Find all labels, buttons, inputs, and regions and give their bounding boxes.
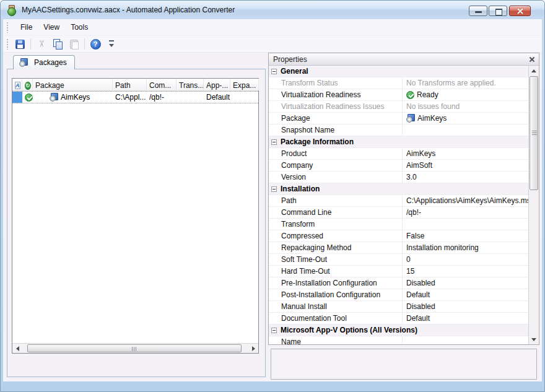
property-row-soft-time-out[interactable]: Soft Time-Out0 — [269, 254, 528, 266]
scroll-up-icon — [531, 69, 536, 72]
column-expa[interactable]: Expa... — [230, 79, 259, 90]
property-row-product[interactable]: ProductAimKeys — [269, 148, 528, 160]
package-cell: AimKeys — [33, 92, 113, 103]
refresh-icon — [25, 82, 31, 90]
collapse-icon[interactable] — [271, 186, 277, 192]
property-row-virtualization-readiness[interactable]: Virtualization ReadinessReady — [269, 89, 528, 101]
property-value: 15 — [402, 266, 528, 277]
column-com[interactable]: Com... — [147, 79, 177, 90]
group-label: Package Information — [281, 137, 354, 146]
property-value-text: /qb!- — [406, 208, 421, 217]
copy-button[interactable] — [50, 37, 65, 51]
property-row-name[interactable]: Name — [269, 336, 528, 344]
property-row-compressed[interactable]: CompressedFalse — [269, 230, 528, 242]
horizontal-scrollbar[interactable] — [12, 343, 258, 353]
property-value-text: 15 — [406, 267, 414, 276]
column-type-filter-icon[interactable] — [12, 79, 22, 90]
property-row-command-line[interactable]: Command Line/qb!- — [269, 207, 528, 219]
column-app[interactable]: App-... — [204, 79, 230, 90]
maximize-button[interactable] — [489, 6, 507, 16]
status-cell — [22, 92, 33, 103]
minimize-button[interactable] — [469, 6, 487, 16]
property-value-text: False — [406, 232, 424, 240]
property-row-path[interactable]: PathC:\Applications\AimKeys\AimKeys.msi — [269, 195, 528, 207]
collapse-icon[interactable] — [271, 139, 277, 145]
properties-title: Properties — [273, 55, 307, 64]
ready-icon — [406, 91, 414, 99]
properties-close-icon[interactable] — [528, 56, 536, 63]
property-label: Repackaging Method — [269, 243, 402, 252]
scroll-left-button[interactable] — [12, 344, 22, 353]
package-list-header: PackagePathCom...Trans...App-...Expa... — [12, 79, 258, 91]
property-row-version[interactable]: Version3.0 — [269, 172, 528, 183]
package-icon — [406, 114, 415, 123]
scroll-right-button[interactable] — [248, 344, 258, 353]
path-cell: C:\Appl... — [113, 92, 147, 103]
close-button[interactable] — [509, 6, 531, 16]
property-value: Disabled — [402, 301, 528, 312]
collapse-icon[interactable] — [271, 69, 277, 74]
horizontal-scroll-track[interactable] — [22, 344, 248, 353]
expand-cell — [230, 92, 258, 103]
menu-tools[interactable]: Tools — [65, 20, 94, 34]
property-row-post-installation-configuration[interactable]: Post-Installation ConfigurationDefault — [269, 289, 528, 301]
property-row-package[interactable]: PackageAimKeys — [269, 113, 528, 124]
menubar-grip-handle[interactable] — [6, 22, 9, 33]
property-value-text: 0 — [406, 255, 411, 264]
paste-button — [66, 37, 81, 51]
vertical-scrollbar[interactable] — [528, 66, 539, 344]
property-label: Transform — [269, 220, 402, 229]
property-value: Disabled — [402, 277, 528, 289]
property-row-transform[interactable]: Transform — [269, 219, 528, 230]
vertical-scroll-thumb[interactable] — [530, 76, 538, 190]
property-label: Manual Install — [269, 302, 402, 311]
column-refresh-icon[interactable] — [22, 79, 33, 90]
property-row-company[interactable]: CompanyAimSoft — [269, 160, 528, 172]
scroll-up-button[interactable] — [529, 66, 539, 76]
property-value-text: Installation monitoring — [406, 243, 479, 252]
horizontal-scroll-thumb[interactable] — [27, 344, 242, 352]
property-row-hard-time-out[interactable]: Hard Time-Out15 — [269, 266, 528, 277]
property-row-pre-installation-configuration[interactable]: Pre-Installation ConfigurationDisabled — [269, 277, 528, 289]
property-label: Package — [269, 114, 402, 123]
table-row[interactable]: AimKeysC:\Appl.../qb!-Default — [12, 91, 258, 103]
scroll-down-button[interactable] — [529, 334, 539, 344]
property-value-text: AimKeys — [406, 149, 435, 158]
property-value-text: C:\Applications\AimKeys\AimKeys.msi — [406, 196, 528, 205]
menu-view[interactable]: View — [38, 20, 65, 34]
property-label: Hard Time-Out — [269, 267, 402, 276]
property-value: 0 — [402, 254, 528, 265]
property-row-documentation-tool[interactable]: Documentation ToolDefault — [269, 313, 528, 324]
command-cell: /qb!- — [147, 92, 177, 103]
scroll-right-icon — [252, 346, 255, 351]
window-title: MyAACSettings.convwiz.aacx - Automated A… — [22, 6, 235, 14]
property-group-general: General — [269, 66, 528, 77]
property-row-transform-status[interactable]: Transform StatusNo Transforms are applie… — [269, 77, 528, 89]
cut-icon — [36, 40, 47, 48]
paste-icon — [69, 39, 79, 49]
property-row-virtualization-readiness-issues[interactable]: Virtualization Readiness IssuesNo issues… — [269, 101, 528, 113]
app-icon — [6, 5, 17, 15]
column-path[interactable]: Path — [113, 79, 147, 90]
overflow-button[interactable] — [104, 37, 119, 51]
save-button[interactable] — [12, 37, 27, 51]
property-group-installation: Installation — [269, 183, 528, 195]
packages-panel: Packages PackagePathCom...Trans...App-..… — [7, 53, 266, 383]
property-label: Product — [269, 149, 402, 158]
menu-file[interactable]: File — [15, 20, 38, 34]
property-value-text: No issues found — [406, 102, 460, 111]
property-row-manual-install[interactable]: Manual InstallDisabled — [269, 301, 528, 313]
property-value-text: AimSoft — [406, 161, 432, 170]
help-button[interactable] — [88, 37, 103, 51]
property-value: /qb!- — [402, 207, 528, 218]
property-row-repackaging-method[interactable]: Repackaging MethodInstallation monitorin… — [269, 242, 528, 254]
menu-items: FileViewTools — [15, 20, 94, 34]
property-row-snapshot-name[interactable]: Snapshot Name — [269, 124, 528, 136]
column-label: Package — [35, 81, 64, 90]
column-package[interactable]: Package — [33, 79, 113, 90]
tab-packages[interactable]: Packages — [13, 55, 75, 69]
collapse-icon[interactable] — [271, 328, 277, 333]
toolbar-grip-handle[interactable] — [6, 38, 9, 50]
property-value — [402, 124, 528, 136]
column-trans[interactable]: Trans... — [177, 79, 204, 90]
